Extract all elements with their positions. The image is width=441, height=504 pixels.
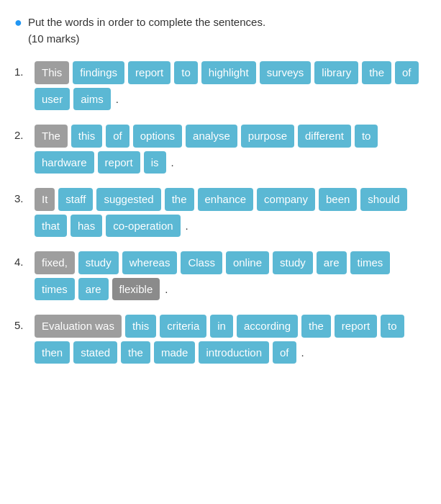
word-tag[interactable]: hardware [35, 151, 94, 174]
words-container: Evaluation wasthiscriteriainaccordingthe… [35, 315, 427, 364]
word-tag[interactable]: co-operation [106, 215, 180, 238]
word-tag[interactable]: purpose [241, 125, 294, 148]
word-tag[interactable]: staff [58, 188, 93, 211]
word-tag[interactable]: stated [73, 341, 117, 364]
word-tag[interactable]: the [362, 61, 391, 84]
word-tag[interactable]: company [257, 188, 315, 211]
word-tag[interactable]: of [106, 125, 129, 148]
word-tag[interactable]: whereas [122, 251, 178, 274]
word-tag[interactable]: of [395, 61, 419, 84]
instructions-text: Put the words in order to complete the s… [28, 14, 265, 47]
question-item: 4.fixed,studywhereasClassonlinestudyaret… [14, 251, 427, 300]
word-tag[interactable]: to [355, 125, 378, 148]
word-tag[interactable]: aims [73, 88, 111, 111]
punctuation: . [163, 278, 169, 301]
word-tag[interactable]: user [35, 88, 70, 111]
word-tag[interactable]: report [98, 151, 140, 174]
question-item: 3.Itstaffsuggestedtheenhancecompanybeens… [14, 188, 427, 237]
word-tag[interactable]: times [35, 278, 75, 301]
word-tag[interactable]: options [133, 125, 182, 148]
word-tag[interactable]: are [317, 251, 347, 274]
punctuation: . [114, 88, 120, 111]
word-tag[interactable]: online [226, 251, 269, 274]
word-tag[interactable]: library [314, 61, 358, 84]
word-tag[interactable]: of [273, 341, 296, 364]
question-number: 2. [14, 129, 35, 141]
word-tag[interactable]: times [350, 251, 391, 274]
word-tag[interactable]: suggested [96, 188, 160, 211]
punctuation: . [184, 215, 190, 238]
word-tag[interactable]: introduction [199, 341, 269, 364]
word-tag[interactable]: surveys [260, 61, 312, 84]
word-tag[interactable]: according [237, 315, 298, 338]
word-tag[interactable]: Evaluation was [35, 315, 122, 338]
question-item: 2.Thethisofoptionsanalysepurposedifferen… [14, 125, 427, 174]
question-item: 1.Thisfindingsreporttohighlightsurveysli… [14, 61, 427, 110]
words-container: Itstaffsuggestedtheenhancecompanybeensho… [35, 188, 427, 237]
words-container: Thisfindingsreporttohighlightsurveyslibr… [35, 61, 427, 110]
word-tag[interactable]: are [78, 278, 109, 301]
word-tag[interactable]: report [335, 315, 377, 338]
word-tag[interactable]: highlight [201, 61, 256, 84]
words-container: Thethisofoptionsanalysepurposedifferentt… [35, 125, 427, 174]
word-tag[interactable]: this [71, 125, 102, 148]
word-tag[interactable]: fixed, [35, 251, 75, 274]
word-tag[interactable]: Class [181, 251, 222, 274]
word-tag[interactable]: then [35, 341, 70, 364]
instructions: ● Put the words in order to complete the… [14, 14, 427, 47]
word-tag[interactable]: made [154, 341, 196, 364]
word-tag[interactable]: flexible [112, 278, 160, 301]
question-number: 3. [14, 192, 35, 204]
word-tag[interactable]: criteria [160, 315, 206, 338]
word-tag[interactable]: the [121, 341, 150, 364]
word-tag[interactable]: The [35, 125, 68, 148]
question-number: 5. [14, 319, 35, 331]
word-tag[interactable]: report [128, 61, 171, 84]
word-tag[interactable]: in [210, 315, 233, 338]
question-list: 1.Thisfindingsreporttohighlightsurveysli… [14, 61, 427, 364]
word-tag[interactable]: the [301, 315, 331, 338]
word-tag[interactable]: to [174, 61, 198, 84]
word-tag[interactable]: this [125, 315, 156, 338]
word-tag[interactable]: study [78, 251, 119, 274]
word-tag[interactable]: the [165, 188, 194, 211]
word-tag[interactable]: different [298, 125, 351, 148]
question-item: 5.Evaluation wasthiscriteriainaccordingt… [14, 315, 427, 364]
word-tag[interactable]: has [71, 215, 102, 238]
word-tag[interactable]: It [35, 188, 55, 211]
word-tag[interactable]: is [144, 151, 166, 174]
bullet-icon: ● [14, 15, 22, 30]
word-tag[interactable]: enhance [198, 188, 254, 211]
word-tag[interactable]: This [35, 61, 69, 84]
word-tag[interactable]: should [360, 188, 406, 211]
word-tag[interactable]: that [35, 215, 67, 238]
words-container: fixed,studywhereasClassonlinestudyaretim… [35, 251, 427, 300]
word-tag[interactable]: to [381, 315, 404, 338]
word-tag[interactable]: been [319, 188, 357, 211]
word-tag[interactable]: analyse [186, 125, 237, 148]
punctuation: . [170, 151, 176, 174]
question-number: 1. [14, 66, 35, 78]
punctuation: . [300, 341, 306, 364]
word-tag[interactable]: study [273, 251, 313, 274]
word-tag[interactable]: findings [73, 61, 124, 84]
question-number: 4. [14, 256, 35, 268]
